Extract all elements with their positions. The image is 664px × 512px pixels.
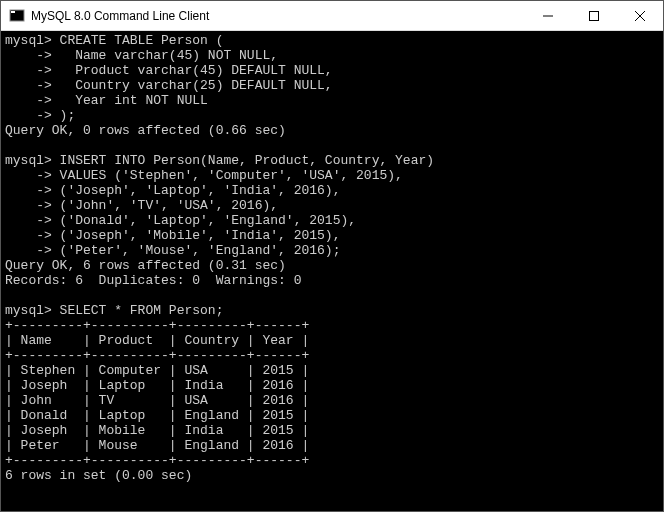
minimize-button[interactable] — [525, 1, 571, 30]
terminal-output[interactable]: mysql> CREATE TABLE Person ( -> Name var… — [1, 31, 663, 511]
maximize-button[interactable] — [571, 1, 617, 30]
app-window: MySQL 8.0 Command Line Client mysql> CRE… — [0, 0, 664, 512]
app-icon — [9, 8, 25, 24]
svg-rect-3 — [590, 11, 599, 20]
svg-rect-1 — [11, 11, 15, 13]
close-button[interactable] — [617, 1, 663, 30]
titlebar[interactable]: MySQL 8.0 Command Line Client — [1, 1, 663, 31]
window-controls — [525, 1, 663, 30]
window-title: MySQL 8.0 Command Line Client — [31, 9, 525, 23]
